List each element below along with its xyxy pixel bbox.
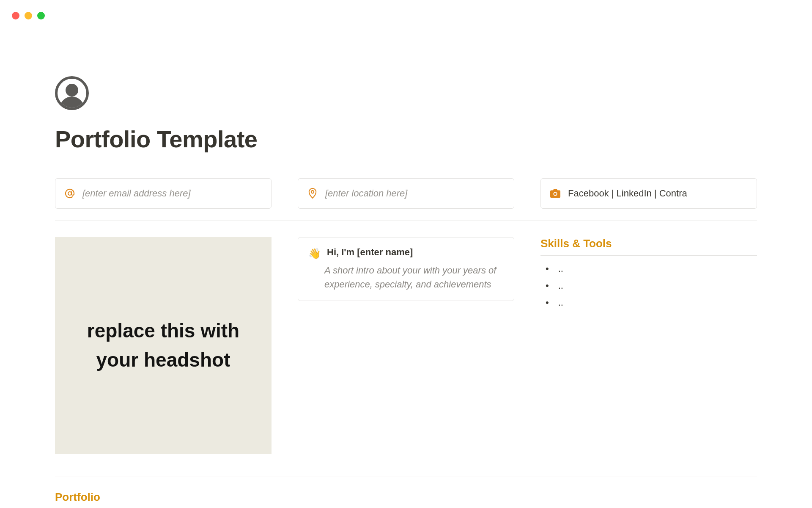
intro-title: Hi, I'm [enter name] — [327, 247, 413, 258]
minimize-window-button[interactable] — [25, 12, 32, 19]
window-controls — [12, 12, 45, 19]
svg-point-1 — [311, 190, 314, 193]
close-window-button[interactable] — [12, 12, 19, 19]
wave-icon: 👋 — [308, 247, 321, 260]
page-title[interactable]: Portfolio Template — [55, 125, 757, 153]
list-item[interactable]: .. — [546, 280, 757, 291]
skills-divider — [540, 255, 757, 256]
skills-list: .. .. .. — [540, 263, 757, 308]
skills-column: Skills & Tools .. .. .. — [540, 237, 757, 454]
map-pin-icon — [307, 188, 318, 199]
page-icon[interactable] — [55, 76, 757, 110]
email-card[interactable]: [enter email address here] — [55, 178, 272, 209]
avatar-icon — [55, 76, 89, 110]
intro-body: A short intro about your with your years… — [324, 263, 504, 291]
intro-header: 👋 Hi, I'm [enter name] — [308, 247, 504, 260]
svg-point-0 — [68, 192, 71, 195]
headshot-placeholder[interactable]: replace this with your headshot — [55, 237, 272, 454]
divider — [55, 221, 757, 221]
headshot-column: replace this with your headshot — [55, 237, 272, 454]
skills-heading[interactable]: Skills & Tools — [540, 237, 757, 250]
location-placeholder: [enter location here] — [325, 188, 407, 199]
maximize-window-button[interactable] — [37, 12, 45, 19]
social-links-text: Facebook | LinkedIn | Contra — [568, 188, 687, 199]
headshot-placeholder-text: replace this with your headshot — [72, 316, 255, 375]
info-row: [enter email address here] [enter locati… — [55, 178, 757, 209]
intro-column: 👋 Hi, I'm [enter name] A short intro abo… — [298, 237, 514, 454]
divider — [55, 477, 757, 477]
page-content: Portfolio Template [enter email address … — [0, 0, 812, 504]
window: Portfolio Template [enter email address … — [0, 0, 812, 508]
portfolio-heading[interactable]: Portfolio — [55, 491, 757, 504]
social-card[interactable]: Facebook | LinkedIn | Contra — [540, 178, 757, 209]
camera-icon — [550, 188, 560, 199]
main-row: replace this with your headshot 👋 Hi, I'… — [55, 237, 757, 454]
at-sign-icon — [65, 188, 75, 199]
svg-point-3 — [554, 193, 557, 195]
email-placeholder: [enter email address here] — [82, 188, 191, 199]
list-item[interactable]: .. — [546, 263, 757, 274]
list-item[interactable]: .. — [546, 297, 757, 308]
intro-card[interactable]: 👋 Hi, I'm [enter name] A short intro abo… — [298, 237, 514, 301]
location-card[interactable]: [enter location here] — [298, 178, 514, 209]
